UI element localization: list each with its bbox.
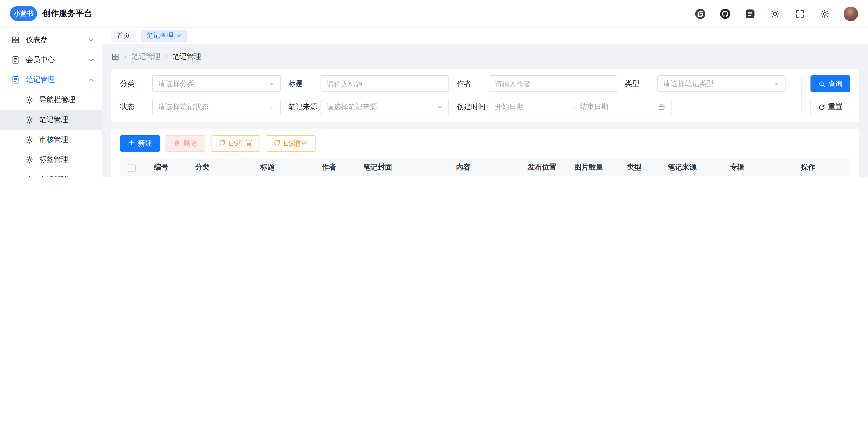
reset-button[interactable]: 重置: [810, 99, 850, 115]
column-header: 内容: [407, 158, 520, 176]
filter-status: 状态 请选择笔记状态: [120, 99, 281, 115]
sidebar-item-label: 仪表盘: [26, 35, 88, 45]
sidebar-subitem[interactable]: 专辑管理: [0, 170, 102, 177]
es-reset-button[interactable]: ES重置: [211, 135, 260, 152]
tab-首页[interactable]: 首页: [111, 30, 135, 42]
filter-label: 创建时间: [457, 102, 489, 112]
status-select[interactable]: 请选择笔记状态: [152, 99, 281, 115]
filter-source: 笔记来源 请选择笔记来源: [288, 99, 449, 115]
notes-table: 编号分类标题作者笔记封面内容发布位置图片数量类型笔记来源专辑操作 814 壁纸 …: [120, 158, 850, 177]
toolbar: 新建删除ES重置ES清空: [120, 135, 850, 152]
tab-bar: 首页笔记管理: [102, 28, 868, 44]
select-all-checkbox[interactable]: [128, 164, 136, 172]
chevron-down-icon: [437, 104, 443, 110]
filter-fields: 分类 请选择分类 标题 作者 类型: [120, 75, 798, 115]
filter-label: 状态: [120, 102, 152, 112]
refresh-icon: [274, 139, 281, 148]
sidebar: 仪表盘会员中心笔记管理导航栏管理笔记管理审核管理标签管理专辑管理评论管理群聊管理…: [0, 28, 102, 177]
filter-divider: [801, 77, 802, 114]
gear-icon: [26, 136, 34, 144]
sidebar-subitem[interactable]: 笔记管理: [0, 110, 102, 129]
filter-label: 作者: [457, 79, 489, 89]
sidebar-subitem[interactable]: 标签管理: [0, 150, 102, 170]
author-input[interactable]: [489, 75, 617, 92]
note-content: 研究内容: [407, 176, 520, 177]
filter-category: 分类 请选择分类: [120, 75, 281, 92]
breadcrumb-item[interactable]: 笔记管理: [131, 52, 160, 62]
category-select[interactable]: 请选择分类: [152, 75, 281, 92]
main-content: / 笔记管理 / 笔记管理 分类 请选择分类 标题: [102, 45, 868, 177]
member-icon: [11, 55, 20, 64]
filter-title: 标题: [288, 75, 449, 92]
gear-icon: [26, 155, 34, 164]
breadcrumb-current: 笔记管理: [172, 52, 201, 62]
gear-icon: [26, 95, 34, 104]
trash-icon: [174, 139, 181, 148]
created-date-range[interactable]: 开始日期 - 结束日期: [489, 99, 671, 115]
grid-icon[interactable]: [111, 52, 120, 61]
chevron-down-icon: [269, 81, 275, 87]
github-icon[interactable]: [719, 7, 731, 20]
calendar-icon: [657, 103, 665, 111]
gitee-icon[interactable]: [694, 7, 706, 20]
chevron-down-icon: [88, 57, 94, 63]
sidebar-subitem-label: 审核管理: [39, 135, 102, 145]
column-header: 操作: [766, 158, 850, 176]
breadcrumb-separator: /: [165, 52, 167, 61]
column-header: 分类: [179, 158, 226, 176]
type-select[interactable]: 请选择笔记类型: [657, 75, 785, 92]
column-header: 图片数量: [564, 158, 613, 176]
column-header: 类型: [613, 158, 655, 176]
app-title: 创作服务平台: [42, 8, 92, 19]
column-header: 标题: [226, 158, 309, 176]
search-button[interactable]: 查询: [810, 75, 850, 92]
docs-icon[interactable]: [744, 7, 756, 20]
delete-button[interactable]: 删除: [165, 135, 205, 152]
column-header: 编号: [144, 158, 179, 176]
source-select[interactable]: 请选择笔记来源: [320, 99, 449, 115]
user-avatar[interactable]: [844, 6, 858, 21]
sidebar-item-label: 会员中心: [26, 55, 88, 65]
filter-row-1: 分类 请选择分类 标题 作者 类型: [120, 75, 798, 92]
image-count: 1: [564, 176, 613, 177]
breadcrumb-separator: /: [125, 52, 127, 61]
settings-icon[interactable]: [819, 7, 831, 20]
create-button[interactable]: 新建: [120, 135, 160, 152]
close-icon[interactable]: [177, 33, 182, 38]
filter-actions: 查询 重置: [810, 75, 850, 115]
column-header: 专辑: [708, 158, 766, 176]
chevron-down-icon: [269, 104, 275, 110]
filter-label: 类型: [625, 79, 657, 89]
es-clear-button[interactable]: ES清空: [266, 135, 315, 152]
filter-label: 分类: [120, 79, 152, 89]
logo-badge: 小蓝书: [10, 6, 37, 21]
sidebar-subitem[interactable]: 导航栏管理: [0, 90, 102, 110]
column-header: 发布位置: [520, 158, 564, 176]
sidebar-item[interactable]: 仪表盘: [0, 30, 102, 50]
sidebar-subitem-label: 标签管理: [39, 154, 102, 165]
sidebar-subitem-label: 专辑管理: [39, 174, 102, 177]
note-icon: [11, 75, 20, 84]
column-header: 笔记来源: [655, 158, 708, 176]
tab-笔记管理[interactable]: 笔记管理: [141, 30, 187, 42]
app-window: 小蓝书 创作服务平台 仪表盘会员中心笔记管理导航栏管理笔记管理审核管理标签管理专…: [0, 0, 868, 177]
title-input[interactable]: [320, 75, 449, 92]
filter-label: 笔记来源: [288, 102, 320, 112]
table-card: 新建删除ES重置ES清空 编号分类标题作者笔记封面内容发布位置图片数量类型笔记来…: [111, 128, 859, 177]
column-header: 作者: [309, 158, 348, 176]
fullscreen-icon[interactable]: [794, 7, 806, 20]
gear-icon: [26, 175, 34, 177]
filter-type: 类型 请选择笔记类型: [625, 75, 785, 92]
app-logo[interactable]: 小蓝书 创作服务平台: [10, 6, 92, 21]
sidebar-subitem-label: 导航栏管理: [39, 95, 102, 105]
sidebar-subitem[interactable]: 审核管理: [0, 129, 102, 150]
gear-icon: [26, 116, 34, 124]
app-header: 小蓝书 创作服务平台: [0, 0, 868, 28]
table-row: 814 壁纸 战略2 头像 研究内容 1 图文 web端 - 查看修改删除: [120, 176, 850, 177]
sidebar-item[interactable]: 笔记管理: [0, 70, 102, 90]
sidebar-menu: 仪表盘会员中心笔记管理导航栏管理笔记管理审核管理标签管理专辑管理评论管理群聊管理…: [0, 28, 102, 177]
plus-icon: [128, 139, 135, 148]
note-id: 814: [144, 176, 179, 177]
sidebar-item[interactable]: 会员中心: [0, 50, 102, 70]
theme-icon[interactable]: [769, 7, 781, 20]
